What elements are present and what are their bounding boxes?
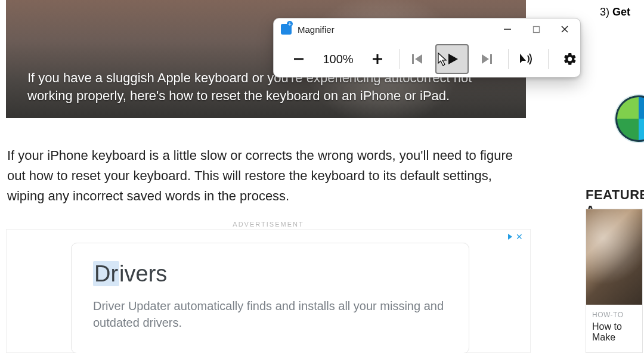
separator xyxy=(548,49,549,69)
sidebar-featured-card[interactable]: HOW-TO How to Make xyxy=(586,209,643,353)
play-icon xyxy=(445,52,459,66)
next-icon xyxy=(479,52,494,66)
plus-icon xyxy=(371,52,384,66)
page-root: If you have a sluggish Apple keyboard or… xyxy=(0,0,644,353)
minus-icon xyxy=(292,52,305,66)
adchoices-icon[interactable] xyxy=(508,234,512,240)
playback-cluster xyxy=(403,44,512,74)
ad-title: Drivers xyxy=(93,261,447,287)
sidebar-card-image xyxy=(586,209,642,305)
svg-marker-9 xyxy=(448,54,458,64)
play-button[interactable] xyxy=(435,44,469,74)
sidebar-step3-prefix: 3) xyxy=(600,6,612,18)
sidebar-step3-text: Get xyxy=(612,6,630,18)
previous-icon xyxy=(410,52,425,66)
svg-rect-12 xyxy=(490,54,492,64)
ad-description: Driver Updater automatically finds and i… xyxy=(93,298,447,331)
svg-rect-7 xyxy=(412,54,414,64)
ad-title-rest: ivers xyxy=(119,261,167,286)
sidebar-step-3: 3) Get xyxy=(600,6,630,18)
ad-close-controls[interactable]: ✕ xyxy=(508,232,523,241)
zoom-in-button[interactable] xyxy=(363,46,392,72)
magnifier-titlebar[interactable]: Magnifier xyxy=(274,18,580,40)
ad-close-icon[interactable]: ✕ xyxy=(516,232,523,241)
settings-button[interactable] xyxy=(556,46,581,72)
options-cluster xyxy=(512,46,581,72)
previous-button[interactable] xyxy=(403,46,432,72)
sidebar-card-category: HOW-TO xyxy=(592,311,642,319)
magnifier-window[interactable]: Magnifier 100% xyxy=(273,18,581,78)
separator xyxy=(508,49,509,69)
brand-swirl-icon[interactable] xyxy=(615,95,644,142)
separator xyxy=(399,49,400,69)
sidebar-card-title: How to Make xyxy=(592,321,642,343)
svg-marker-8 xyxy=(415,54,422,64)
zoom-level: 100% xyxy=(319,52,357,66)
ad-card[interactable]: Drivers Driver Updater automatically fin… xyxy=(71,243,469,353)
window-controls xyxy=(499,22,573,36)
magnifier-title: Magnifier xyxy=(298,24,499,35)
svg-marker-13 xyxy=(520,54,526,63)
close-button[interactable] xyxy=(556,22,573,36)
maximize-button[interactable] xyxy=(528,22,544,36)
sidebar: 3) Get FEATURED A HOW-TO How to Make xyxy=(586,0,644,353)
zoom-out-button[interactable] xyxy=(284,46,313,72)
svg-rect-1 xyxy=(533,26,539,32)
magnifier-toolbar: 100% xyxy=(274,40,580,78)
advertisement-frame: ✕ Drivers Driver Updater automatically f… xyxy=(6,229,531,353)
ad-title-highlight: Dr xyxy=(93,261,119,286)
svg-marker-11 xyxy=(482,54,489,64)
advertisement-label: ADVERTISEMENT xyxy=(6,221,531,228)
next-button[interactable] xyxy=(472,46,501,72)
article-paragraph: If your iPhone keyboard is a little slow… xyxy=(7,145,530,206)
gear-icon xyxy=(563,52,577,66)
magnifier-app-icon xyxy=(281,24,292,35)
minimize-button[interactable] xyxy=(499,22,516,36)
zoom-cluster: 100% xyxy=(284,46,403,72)
read-aloud-cursor-button[interactable] xyxy=(512,46,541,72)
cursor-speaker-icon xyxy=(519,52,534,66)
